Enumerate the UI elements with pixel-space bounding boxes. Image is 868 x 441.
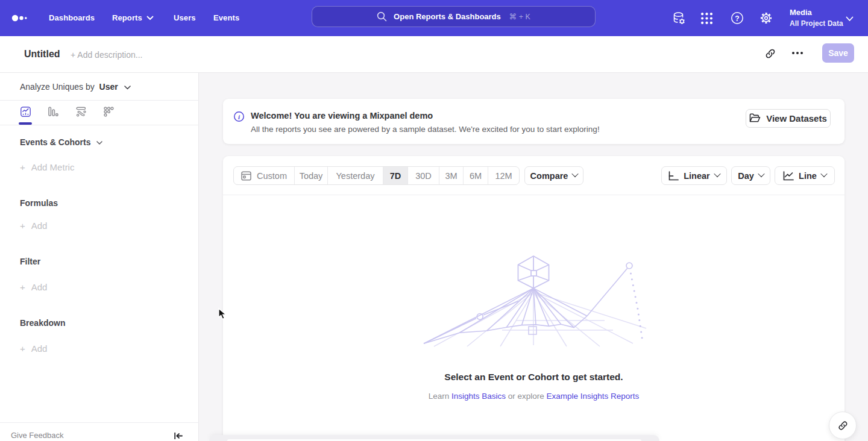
svg-text:?: ? [735, 14, 739, 23]
svg-text:i: i [238, 113, 241, 120]
